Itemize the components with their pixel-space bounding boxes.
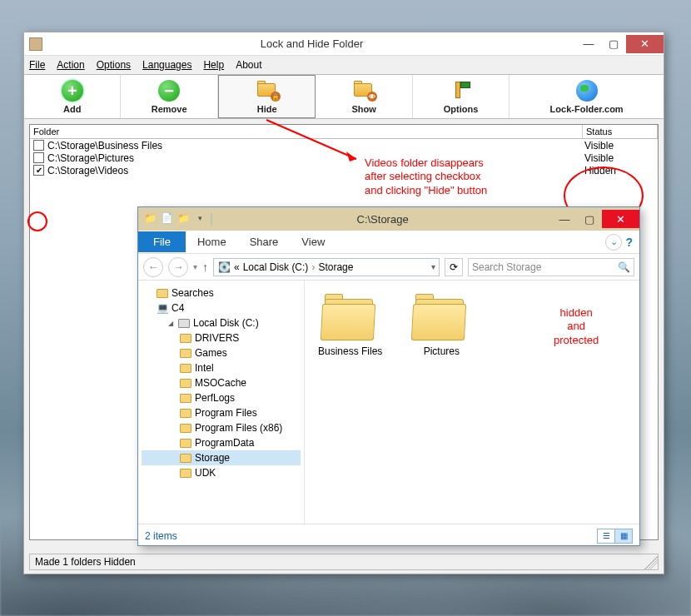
folder-icon <box>180 334 191 343</box>
view-icons-button[interactable]: ▦ <box>614 529 633 544</box>
tree-item[interactable]: Games <box>142 345 301 360</box>
folder-lock-icon: 🔒 <box>256 82 279 100</box>
tree-item[interactable]: MSOCache <box>142 375 301 390</box>
tree-item[interactable]: Searches <box>142 286 301 301</box>
folder-icon <box>180 394 191 403</box>
tree-item[interactable]: DRIVERS <box>142 330 301 345</box>
search-icon: 🔍 <box>618 261 630 273</box>
computer-icon: 💻 <box>157 302 168 314</box>
folder-icon <box>180 364 191 373</box>
help-icon[interactable]: ? <box>625 236 633 249</box>
row-checkbox[interactable] <box>33 152 44 163</box>
folder-small-icon[interactable]: 📁 <box>176 211 190 225</box>
drive-icon: 💽 <box>217 261 231 274</box>
folder-icon <box>180 469 191 478</box>
menu-action[interactable]: Action <box>57 59 84 71</box>
maximize-button[interactable]: ▢ <box>601 35 626 53</box>
menu-file[interactable]: File <box>29 59 45 71</box>
properties-icon[interactable]: 📄 <box>160 211 173 225</box>
row-checkbox[interactable] <box>33 140 44 151</box>
plus-icon: + <box>62 80 83 102</box>
remove-button[interactable]: − Remove <box>121 75 217 118</box>
svg-marker-1 <box>346 152 356 161</box>
expander-icon[interactable]: ◢ <box>168 320 175 327</box>
menu-languages[interactable]: Languages <box>142 59 191 71</box>
tree-item[interactable]: UDK <box>142 465 301 480</box>
folder-large-icon <box>412 294 470 340</box>
explorer-statusbar: 2 items ☰ ▦ <box>138 524 639 547</box>
tree-item[interactable]: ◢Local Disk (C:) <box>142 315 301 330</box>
menubar: File Action Options Languages Help About <box>24 56 664 74</box>
add-button[interactable]: + Add <box>24 75 121 118</box>
folder-icon <box>157 289 168 298</box>
ribbon-tab-view[interactable]: View <box>290 231 336 252</box>
resize-grip-icon[interactable] <box>644 556 658 569</box>
globe-icon <box>576 80 598 102</box>
explorer-window: 📁 📄 📁 ▾ | C:\Storage — ▢ ✕ File Home Sha… <box>137 206 640 546</box>
options-button[interactable]: Options <box>413 75 510 118</box>
minimize-button[interactable]: — <box>576 35 601 53</box>
close-button[interactable]: ✕ <box>626 35 664 53</box>
statusbar: Made 1 folders Hidden <box>29 554 659 570</box>
folder-icon <box>180 409 191 418</box>
folder-icon <box>180 454 191 463</box>
explorer-tree[interactable]: Searches 💻C4 ◢Local Disk (C:) DRIVERS Ga… <box>138 281 305 524</box>
exp-maximize-button[interactable]: ▢ <box>577 210 602 228</box>
explorer-titlebar[interactable]: 📁 📄 📁 ▾ | C:\Storage — ▢ ✕ <box>138 207 639 231</box>
row-checkbox[interactable]: ✔ <box>33 165 44 176</box>
chevron-down-icon[interactable]: ▾ <box>193 211 206 225</box>
svg-line-0 <box>266 120 356 159</box>
forward-button[interactable]: → <box>168 257 188 277</box>
chevron-down-icon[interactable]: ▾ <box>431 262 435 271</box>
tree-item[interactable]: 💻C4 <box>142 301 301 315</box>
annotation-circle-checkbox <box>27 211 47 231</box>
annotation-arrow <box>266 120 366 166</box>
folder-small-icon: 📁 <box>143 211 157 225</box>
col-status[interactable]: Status <box>583 125 658 138</box>
tree-item[interactable]: Program Files <box>142 405 301 420</box>
toolbar: + Add − Remove 🔒 Hide 👁 Show Options Loc… <box>24 74 664 119</box>
folder-eye-icon: 👁 <box>352 82 375 100</box>
folder-icon <box>180 349 191 358</box>
tree-item[interactable]: Intel <box>142 360 301 375</box>
minus-icon: − <box>158 80 180 102</box>
folder-item[interactable]: Pictures <box>412 294 470 510</box>
chevron-down-icon[interactable]: ▾ <box>193 262 197 271</box>
tools-icon <box>450 80 472 102</box>
menu-help[interactable]: Help <box>203 59 224 71</box>
hide-button[interactable]: 🔒 Hide <box>218 75 316 118</box>
folder-large-icon <box>321 294 380 340</box>
view-details-button[interactable]: ☰ <box>597 529 615 544</box>
ribbon-file-tab[interactable]: File <box>138 231 186 252</box>
explorer-navbar: ← → ▾ ↑ 💽 « Local Disk (C:) › Storage ▾ … <box>138 254 639 281</box>
ribbon-tab-home[interactable]: Home <box>186 231 238 252</box>
tree-item[interactable]: ProgramData <box>142 435 301 450</box>
address-bar[interactable]: 💽 « Local Disk (C:) › Storage ▾ <box>213 258 440 276</box>
folder-item[interactable]: Business Files <box>318 294 382 510</box>
website-button[interactable]: Lock-Folder.com <box>510 75 664 118</box>
up-button[interactable]: ↑ <box>202 261 208 274</box>
folder-icon <box>180 379 191 388</box>
ribbon-tab-share[interactable]: Share <box>238 231 291 252</box>
app-icon <box>29 37 42 51</box>
tree-item[interactable]: PerfLogs <box>142 390 301 405</box>
drive-icon <box>178 319 190 328</box>
exp-close-button[interactable]: ✕ <box>602 210 639 228</box>
explorer-title: C:\Storage <box>213 213 552 226</box>
menu-about[interactable]: About <box>236 59 261 71</box>
explorer-content[interactable]: Business Files Pictures <box>305 281 639 524</box>
search-input[interactable]: Search Storage 🔍 <box>468 258 634 276</box>
folder-icon <box>180 439 191 448</box>
explorer-ribbon: File Home Share View ⌄ ? <box>138 231 639 254</box>
titlebar[interactable]: Lock and Hide Folder — ▢ ✕ <box>24 32 664 56</box>
back-button[interactable]: ← <box>143 257 163 277</box>
ribbon-expand-button[interactable]: ⌄ <box>605 234 622 251</box>
menu-options[interactable]: Options <box>97 59 131 71</box>
tree-item[interactable]: Program Files (x86) <box>142 420 301 435</box>
tree-item-selected[interactable]: Storage <box>142 450 301 465</box>
folder-icon <box>180 424 191 433</box>
show-button[interactable]: 👁 Show <box>316 75 412 118</box>
refresh-button[interactable]: ⟳ <box>445 258 463 276</box>
window-title: Lock and Hide Folder <box>47 37 576 50</box>
exp-minimize-button[interactable]: — <box>552 210 577 228</box>
